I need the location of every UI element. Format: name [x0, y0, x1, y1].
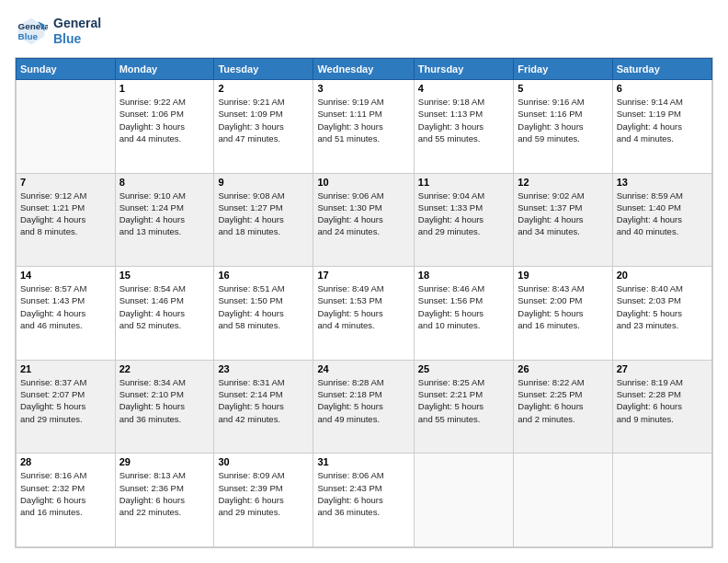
- calendar-cell: 29Sunrise: 8:13 AMSunset: 2:36 PMDayligh…: [115, 454, 214, 547]
- week-row-2: 7Sunrise: 9:12 AMSunset: 1:21 PMDaylight…: [17, 173, 712, 267]
- week-row-3: 14Sunrise: 8:57 AMSunset: 1:43 PMDayligh…: [17, 267, 712, 361]
- calendar-cell: 8Sunrise: 9:10 AMSunset: 1:24 PMDaylight…: [115, 173, 214, 267]
- day-number: 16: [218, 270, 309, 281]
- day-number: 28: [20, 456, 111, 467]
- day-number: 25: [418, 363, 509, 374]
- day-info: Sunrise: 9:02 AMSunset: 1:37 PMDaylight:…: [518, 190, 608, 238]
- calendar-cell: 27Sunrise: 8:19 AMSunset: 2:28 PMDayligh…: [612, 360, 711, 454]
- day-info: Sunrise: 8:59 AMSunset: 1:40 PMDaylight:…: [617, 190, 708, 238]
- day-info: Sunrise: 8:40 AMSunset: 2:03 PMDaylight:…: [617, 282, 708, 331]
- calendar-cell: 19Sunrise: 8:43 AMSunset: 2:00 PMDayligh…: [514, 267, 612, 361]
- calendar-cell: [514, 454, 612, 547]
- day-info: Sunrise: 9:04 AMSunset: 1:33 PMDaylight:…: [418, 190, 509, 238]
- day-info: Sunrise: 8:22 AMSunset: 2:25 PMDaylight:…: [518, 376, 608, 425]
- page: General Blue General Blue SundayMondayTu…: [0, 0, 728, 563]
- day-number: 13: [617, 177, 708, 188]
- day-number: 26: [518, 363, 608, 374]
- calendar-cell: 1Sunrise: 9:22 AMSunset: 1:06 PMDaylight…: [115, 80, 214, 174]
- day-info: Sunrise: 8:43 AMSunset: 2:00 PMDaylight:…: [518, 282, 608, 331]
- day-info: Sunrise: 8:31 AMSunset: 2:14 PMDaylight:…: [218, 376, 309, 425]
- day-number: 29: [119, 456, 210, 467]
- day-info: Sunrise: 8:34 AMSunset: 2:10 PMDaylight:…: [119, 376, 210, 425]
- calendar-cell: 12Sunrise: 9:02 AMSunset: 1:37 PMDayligh…: [514, 173, 612, 267]
- day-info: Sunrise: 9:16 AMSunset: 1:16 PMDaylight:…: [518, 96, 608, 144]
- calendar-cell: 17Sunrise: 8:49 AMSunset: 1:53 PMDayligh…: [313, 267, 414, 361]
- day-info: Sunrise: 9:10 AMSunset: 1:24 PMDaylight:…: [119, 190, 210, 238]
- calendar-cell: [17, 80, 116, 174]
- calendar-cell: 21Sunrise: 8:37 AMSunset: 2:07 PMDayligh…: [17, 360, 116, 454]
- svg-text:Blue: Blue: [18, 31, 39, 41]
- day-header-sunday: Sunday: [17, 59, 116, 80]
- day-number: 10: [317, 177, 409, 188]
- day-number: 1: [119, 83, 210, 94]
- calendar-cell: 25Sunrise: 8:25 AMSunset: 2:21 PMDayligh…: [414, 360, 513, 454]
- day-info: Sunrise: 8:06 AMSunset: 2:43 PMDaylight:…: [317, 469, 409, 518]
- day-number: 27: [617, 363, 708, 374]
- calendar: SundayMondayTuesdayWednesdayThursdayFrid…: [15, 57, 713, 548]
- calendar-cell: 23Sunrise: 8:31 AMSunset: 2:14 PMDayligh…: [214, 360, 313, 454]
- calendar-cell: 3Sunrise: 9:19 AMSunset: 1:11 PMDaylight…: [313, 80, 414, 174]
- day-info: Sunrise: 9:22 AMSunset: 1:06 PMDaylight:…: [119, 96, 210, 144]
- day-number: 31: [317, 456, 409, 467]
- logo-line1: General: [53, 16, 101, 31]
- day-info: Sunrise: 8:46 AMSunset: 1:56 PMDaylight:…: [418, 282, 509, 331]
- calendar-cell: 15Sunrise: 8:54 AMSunset: 1:46 PMDayligh…: [115, 267, 214, 361]
- calendar-cell: [414, 454, 513, 547]
- calendar-cell: 24Sunrise: 8:28 AMSunset: 2:18 PMDayligh…: [313, 360, 414, 454]
- calendar-cell: 5Sunrise: 9:16 AMSunset: 1:16 PMDaylight…: [514, 80, 612, 174]
- day-info: Sunrise: 9:21 AMSunset: 1:09 PMDaylight:…: [218, 96, 309, 144]
- day-number: 18: [418, 270, 509, 281]
- day-header-thursday: Thursday: [414, 59, 513, 80]
- day-info: Sunrise: 8:09 AMSunset: 2:39 PMDaylight:…: [218, 469, 309, 518]
- day-header-friday: Friday: [514, 59, 612, 80]
- day-info: Sunrise: 8:28 AMSunset: 2:18 PMDaylight:…: [317, 376, 409, 425]
- day-number: 23: [218, 363, 309, 374]
- calendar-cell: 22Sunrise: 8:34 AMSunset: 2:10 PMDayligh…: [115, 360, 214, 454]
- day-number: 9: [218, 177, 309, 188]
- day-number: 11: [418, 177, 509, 188]
- day-number: 21: [20, 363, 111, 374]
- day-number: 14: [20, 270, 111, 281]
- day-number: 20: [617, 270, 708, 281]
- calendar-cell: 31Sunrise: 8:06 AMSunset: 2:43 PMDayligh…: [313, 454, 414, 547]
- day-info: Sunrise: 9:14 AMSunset: 1:19 PMDaylight:…: [617, 96, 708, 144]
- day-info: Sunrise: 8:57 AMSunset: 1:43 PMDaylight:…: [20, 282, 111, 331]
- day-number: 5: [518, 83, 608, 94]
- calendar-cell: 2Sunrise: 9:21 AMSunset: 1:09 PMDaylight…: [214, 80, 313, 174]
- calendar-cell: 13Sunrise: 8:59 AMSunset: 1:40 PMDayligh…: [612, 173, 711, 267]
- day-number: 4: [418, 83, 509, 94]
- calendar-cell: 16Sunrise: 8:51 AMSunset: 1:50 PMDayligh…: [214, 267, 313, 361]
- header: General Blue General Blue: [15, 15, 713, 48]
- day-info: Sunrise: 8:19 AMSunset: 2:28 PMDaylight:…: [617, 376, 708, 425]
- calendar-cell: 18Sunrise: 8:46 AMSunset: 1:56 PMDayligh…: [414, 267, 513, 361]
- day-info: Sunrise: 8:16 AMSunset: 2:32 PMDaylight:…: [20, 469, 111, 518]
- day-header-tuesday: Tuesday: [214, 59, 313, 80]
- calendar-cell: 20Sunrise: 8:40 AMSunset: 2:03 PMDayligh…: [612, 267, 711, 361]
- day-number: 30: [218, 456, 309, 467]
- calendar-cell: 11Sunrise: 9:04 AMSunset: 1:33 PMDayligh…: [414, 173, 513, 267]
- logo: General Blue General Blue: [15, 15, 101, 48]
- calendar-cell: 30Sunrise: 8:09 AMSunset: 2:39 PMDayligh…: [214, 454, 313, 547]
- days-header-row: SundayMondayTuesdayWednesdayThursdayFrid…: [17, 59, 712, 80]
- day-info: Sunrise: 9:08 AMSunset: 1:27 PMDaylight:…: [218, 190, 309, 238]
- day-info: Sunrise: 9:12 AMSunset: 1:21 PMDaylight:…: [20, 190, 111, 238]
- day-number: 15: [119, 270, 210, 281]
- day-number: 2: [218, 83, 309, 94]
- day-number: 6: [617, 83, 708, 94]
- calendar-cell: 10Sunrise: 9:06 AMSunset: 1:30 PMDayligh…: [313, 173, 414, 267]
- calendar-cell: 28Sunrise: 8:16 AMSunset: 2:32 PMDayligh…: [17, 454, 116, 547]
- day-info: Sunrise: 8:54 AMSunset: 1:46 PMDaylight:…: [119, 282, 210, 331]
- day-header-saturday: Saturday: [612, 59, 711, 80]
- calendar-cell: [612, 454, 711, 547]
- day-header-monday: Monday: [115, 59, 214, 80]
- day-number: 17: [317, 270, 409, 281]
- day-number: 7: [20, 177, 111, 188]
- calendar-cell: 9Sunrise: 9:08 AMSunset: 1:27 PMDaylight…: [214, 173, 313, 267]
- day-info: Sunrise: 9:19 AMSunset: 1:11 PMDaylight:…: [317, 96, 409, 144]
- day-info: Sunrise: 9:18 AMSunset: 1:13 PMDaylight:…: [418, 96, 509, 144]
- day-number: 8: [119, 177, 210, 188]
- calendar-cell: 7Sunrise: 9:12 AMSunset: 1:21 PMDaylight…: [17, 173, 116, 267]
- day-number: 22: [119, 363, 210, 374]
- week-row-4: 21Sunrise: 8:37 AMSunset: 2:07 PMDayligh…: [17, 360, 712, 454]
- logo-icon: General Blue: [15, 15, 48, 48]
